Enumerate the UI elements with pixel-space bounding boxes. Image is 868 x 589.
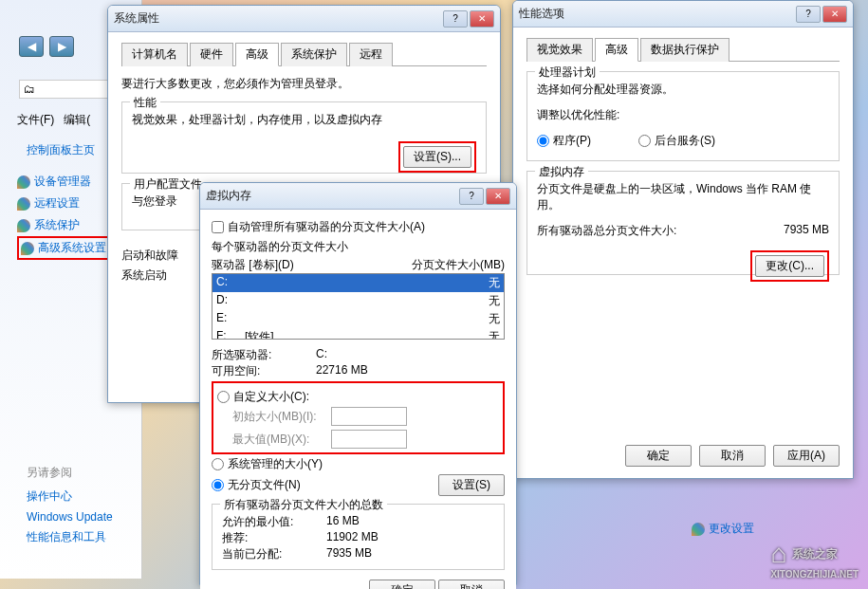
each-drive-label: 每个驱动器的分页文件大小 (212, 239, 505, 255)
ok-button[interactable]: 确定 (625, 445, 692, 467)
shield-icon (692, 523, 705, 536)
vmem-title: 虚拟内存 (206, 188, 459, 204)
radio-background[interactable]: 后台服务(S) (638, 131, 715, 151)
tab-advanced[interactable]: 高级 (235, 43, 279, 66)
sidebar-item-device-manager[interactable]: 设备管理器 (17, 171, 112, 193)
cpu-legend: 处理器计划 (535, 64, 600, 81)
rec-label: 推荐: (222, 530, 326, 546)
org-icon: 🗂 (24, 83, 35, 96)
back-button[interactable]: ◀ (19, 36, 44, 57)
sel-drive-val: C: (316, 347, 327, 363)
close-button[interactable]: ✕ (822, 6, 847, 23)
sidebar-item-remote[interactable]: 远程设置 (17, 193, 112, 214)
min-val: 16 MB (326, 514, 360, 530)
cpu-desc: 选择如何分配处理器资源。 (537, 82, 829, 98)
drive-row-c[interactable]: C:无 (212, 274, 504, 292)
sysprops-tabs: 计算机名 硬件 高级 系统保护 远程 (121, 42, 487, 66)
max-size-label: 最大值(MB)(X): (217, 432, 331, 448)
shield-icon (17, 175, 30, 189)
perfopts-tabs: 视觉效果 高级 数据执行保护 (526, 37, 840, 62)
sidebar-item-advanced[interactable]: 高级系统设置 (17, 236, 112, 260)
vm-total-label: 所有驱动器总分页文件大小: (537, 223, 784, 239)
col-page: 分页文件大小(MB) (412, 257, 505, 273)
free-label: 可用空间: (212, 363, 316, 379)
tab-visual-effects[interactable]: 视觉效果 (526, 38, 593, 62)
ok-button[interactable]: 确定 (369, 580, 435, 589)
performance-options-window: 性能选项 ? ✕ 视觉效果 高级 数据执行保护 处理器计划 选择如何分配处理器资… (512, 0, 854, 479)
file-menu[interactable]: 文件(F) (17, 113, 54, 126)
totals-legend: 所有驱动器分页文件大小的总数 (220, 497, 387, 513)
tab-dep[interactable]: 数据执行保护 (640, 38, 729, 62)
perf-desc: 视觉效果，处理器计划，内存使用，以及虚拟内存 (132, 112, 476, 128)
radio-system-managed[interactable]: 系统管理的大小(Y) (212, 454, 505, 474)
help-button[interactable]: ? (459, 188, 484, 205)
rec-val: 11902 MB (326, 530, 379, 546)
cp-home-link[interactable]: 控制面板主页 (27, 142, 95, 158)
perf-legend: 性能 (130, 95, 160, 111)
adjust-label: 调整以优化性能: (537, 107, 829, 123)
change-settings-link[interactable]: 更改设置 (692, 521, 754, 537)
init-size-label: 初始大小(MB)(I): (217, 409, 331, 425)
drive-row-f[interactable]: F:[软件]无 (212, 328, 504, 340)
see-also-label: 另请参阅 (27, 465, 72, 481)
link-windows-update[interactable]: Windows Update (27, 507, 113, 526)
fwd-button[interactable]: ▶ (49, 36, 74, 57)
shield-icon (17, 197, 30, 211)
apply-button[interactable]: 应用(A) (773, 445, 840, 467)
help-button[interactable]: ? (443, 10, 468, 28)
col-drive: 驱动器 [卷标](D) (212, 257, 412, 273)
close-button[interactable]: ✕ (486, 188, 510, 205)
set-button[interactable]: 设置(S) (438, 474, 505, 496)
link-perf-info[interactable]: 性能信息和工具 (27, 526, 113, 548)
radio-programs[interactable]: 程序(P) (537, 131, 591, 151)
cancel-button[interactable]: 取消 (699, 445, 766, 467)
radio-custom-size[interactable]: 自定义大小(C): (217, 387, 499, 407)
init-size-input[interactable] (331, 407, 407, 426)
tab-remote[interactable]: 远程 (349, 43, 393, 66)
tab-advanced[interactable]: 高级 (595, 38, 638, 62)
tab-computer-name[interactable]: 计算机名 (121, 43, 188, 66)
shield-icon (21, 242, 34, 255)
vm-legend: 虚拟内存 (535, 164, 588, 180)
cur-val: 7935 MB (326, 546, 372, 562)
admin-note: 要进行大多数更改，您必须作为管理员登录。 (121, 76, 487, 92)
perfopts-title: 性能选项 (519, 6, 796, 22)
free-val: 22716 MB (316, 363, 368, 379)
perf-settings-button[interactable]: 设置(S)... (403, 146, 471, 168)
vm-change-button[interactable]: 更改(C)... (755, 255, 824, 277)
vm-total-value: 7935 MB (784, 223, 829, 239)
cur-label: 当前已分配: (222, 546, 326, 562)
min-label: 允许的最小值: (222, 514, 326, 530)
help-button[interactable]: ? (796, 6, 821, 23)
cancel-button[interactable]: 取消 (438, 580, 505, 589)
sysprops-title: 系统属性 (114, 10, 443, 27)
vm-desc: 分页文件是硬盘上的一块区域，Windows 当作 RAM 使用。 (537, 181, 829, 213)
edit-menu[interactable]: 编辑( (64, 113, 90, 126)
link-action-center[interactable]: 操作中心 (27, 486, 113, 507)
sel-drive-label: 所选驱动器: (212, 347, 316, 363)
userprof-legend: 用户配置文件 (130, 176, 206, 193)
close-button[interactable]: ✕ (470, 10, 494, 28)
radio-no-paging[interactable]: 无分页文件(N) (212, 475, 438, 495)
shield-icon (17, 219, 30, 232)
virtual-memory-window: 虚拟内存 ? ✕ 自动管理所有驱动器的分页文件大小(A) 每个驱动器的分页文件大… (199, 182, 517, 585)
auto-manage-checkbox[interactable]: 自动管理所有驱动器的分页文件大小(A) (212, 217, 505, 237)
watermark: ⌂系统之家 XITONGZHIJIA.NET (770, 539, 859, 580)
drive-row-e[interactable]: E:无 (212, 310, 504, 328)
drive-row-d[interactable]: D:无 (212, 292, 504, 310)
max-size-input[interactable] (331, 430, 407, 449)
drive-list[interactable]: C:无 D:无 E:无 F:[软件]无 G: (212, 273, 505, 340)
sidebar-item-protection[interactable]: 系统保护 (17, 214, 112, 236)
tab-hardware[interactable]: 硬件 (190, 43, 233, 66)
tab-protection[interactable]: 系统保护 (281, 43, 347, 66)
